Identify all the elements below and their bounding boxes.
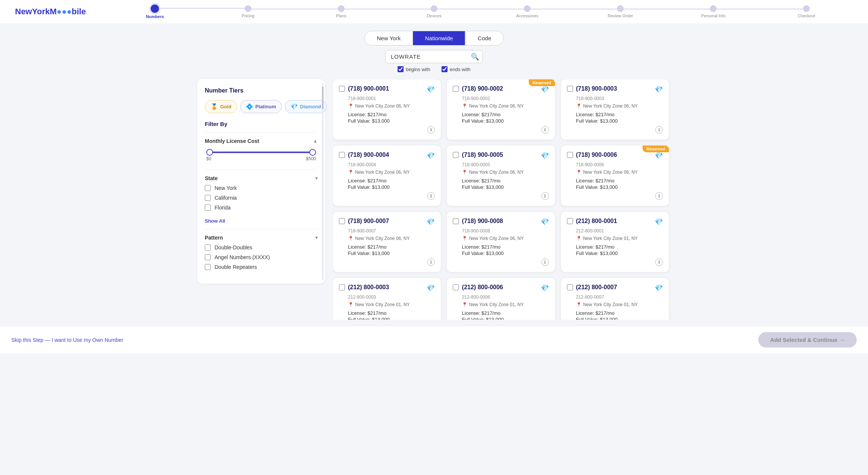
continue-button[interactable]: Add Selected & Continue →	[758, 332, 857, 348]
search-button[interactable]: 🔍	[471, 53, 479, 61]
begins-with-checkbox[interactable]	[398, 66, 404, 72]
state-checkbox-fl[interactable]	[205, 205, 211, 211]
info-icon-3[interactable]: ℹ	[655, 126, 663, 134]
card-sub-number-2: 718-900-0002	[462, 96, 549, 101]
card-checkbox-6[interactable]	[567, 152, 573, 158]
tier-btn-platinum[interactable]: 💠 Platinum	[240, 100, 282, 113]
state-checkbox-ca[interactable]	[205, 195, 211, 201]
ends-with-option[interactable]: ends with	[442, 66, 470, 72]
logo: NewYorkM●●●bile	[15, 7, 86, 17]
platinum-label: Platinum	[256, 104, 276, 109]
location-icon-12: 📍	[576, 302, 582, 307]
monthly-cost-header[interactable]: Monthly License Cost ▲	[205, 138, 318, 144]
pattern-header[interactable]: Pattern ▾	[205, 235, 318, 241]
card-location-12: 📍 New York City Zone 01, NY	[576, 302, 663, 307]
card-checkbox-8[interactable]	[453, 218, 459, 224]
info-icon-2[interactable]: ℹ	[541, 126, 549, 134]
card-checkbox-2[interactable]	[453, 86, 459, 92]
ends-with-checkbox[interactable]	[442, 66, 448, 72]
info-icon-8[interactable]: ℹ	[541, 258, 549, 266]
diamond-tier-icon-4: 💎	[426, 152, 435, 160]
card-sub-number-3: 718-900-0003	[576, 96, 663, 101]
info-icon-7[interactable]: ℹ	[427, 258, 435, 266]
state-header[interactable]: State ▾	[205, 175, 318, 181]
tab-new-york[interactable]: New York	[365, 31, 413, 45]
card-title-row: (718) 900-0002	[453, 85, 503, 92]
tier-btn-gold[interactable]: 🏅 Gold	[205, 100, 237, 113]
info-icon-9[interactable]: ℹ	[655, 258, 663, 266]
card-title-row: (718) 900-0005	[453, 152, 503, 158]
footer: Skip this Step — I want to Use my Own Nu…	[0, 326, 868, 354]
card-checkbox-3[interactable]	[567, 86, 573, 92]
card-checkbox-9[interactable]	[567, 218, 573, 224]
state-item-ca[interactable]: California	[205, 195, 318, 201]
diamond-tier-icon-1: 💎	[426, 85, 435, 94]
step-label-pricing: Pricing	[242, 14, 254, 18]
slider-thumb-right[interactable]	[309, 149, 316, 156]
info-icon-1[interactable]: ℹ	[427, 126, 435, 134]
progress-step-accessories[interactable]: Accessories	[481, 5, 574, 18]
ends-with-label: ends with	[450, 67, 470, 72]
pattern-checkbox-dr[interactable]	[205, 264, 211, 270]
progress-bar: Numbers Pricing Plans Devices Accessorie…	[109, 5, 853, 19]
card-header: (718) 900-0008 💎	[453, 218, 549, 226]
state-item-ny[interactable]: New York	[205, 185, 318, 191]
state-list: New York California Florida Show All	[205, 185, 318, 224]
pattern-item-angel[interactable]: Angel Numbers (XXXX)	[205, 254, 318, 260]
step-dot-accessories	[524, 5, 531, 12]
step-label-checkout: Checkout	[798, 14, 815, 18]
step-label-devices: Devices	[427, 14, 442, 18]
slider-thumb-left[interactable]	[206, 149, 213, 156]
show-all-link[interactable]: Show All	[205, 218, 318, 224]
step-label-review: Review Order	[608, 14, 633, 18]
state-checkbox-ny[interactable]	[205, 185, 211, 191]
card-value-12: Full Value: $13,000	[576, 317, 663, 320]
step-label-accessories: Accessories	[516, 14, 538, 18]
card-location-6: 📍 New York City Zone 06, NY	[576, 170, 663, 175]
card-checkbox-5[interactable]	[453, 152, 459, 158]
card-checkbox-12[interactable]	[567, 284, 573, 290]
card-checkbox-10[interactable]	[339, 284, 345, 290]
begins-with-option[interactable]: begins with	[398, 66, 430, 72]
tier-btn-diamond[interactable]: 💎 Diamond	[285, 100, 327, 113]
state-name-ny: New York	[215, 185, 237, 191]
card-license-7: License: $217/mo	[348, 244, 435, 250]
pattern-item-dd[interactable]: Double-Doubles	[205, 244, 318, 250]
card-title-row: (212) 800-0003	[339, 284, 389, 291]
skip-link[interactable]: Skip this Step — I want to Use my Own Nu…	[11, 337, 123, 343]
card-checkbox-4[interactable]	[339, 152, 345, 158]
card-header: (718) 900-0004 💎	[339, 152, 435, 160]
info-icon-5[interactable]: ℹ	[541, 192, 549, 200]
phone-card: (718) 900-0003 💎 718-900-0003 📍 New York…	[561, 79, 669, 140]
progress-step-numbers[interactable]: Numbers	[109, 5, 202, 19]
pattern-checkbox-dd[interactable]	[205, 244, 211, 250]
card-location-9: 📍 New York City Zone 01, NY	[576, 236, 663, 241]
info-icon-4[interactable]: ℹ	[427, 192, 435, 200]
progress-step-plans[interactable]: Plans	[295, 5, 388, 18]
card-value-11: Full Value: $13,000	[462, 317, 549, 320]
location-icon-1: 📍	[348, 103, 354, 109]
search-input[interactable]	[385, 50, 483, 63]
pattern-checkbox-angel[interactable]	[205, 254, 211, 260]
card-header: (212) 800-0007 💎	[567, 284, 663, 292]
sidebar-scroll-thumb[interactable]	[322, 87, 324, 109]
card-checkbox-1[interactable]	[339, 86, 345, 92]
card-checkbox-7[interactable]	[339, 218, 345, 224]
progress-step-review[interactable]: Review Order	[574, 5, 667, 18]
location-icon-10: 📍	[348, 302, 354, 307]
info-icon-6[interactable]: ℹ	[655, 192, 663, 200]
card-checkbox-11[interactable]	[453, 284, 459, 290]
progress-step-devices[interactable]: Devices	[388, 5, 481, 18]
progress-step-personal[interactable]: Personal Info	[667, 5, 760, 18]
progress-step-checkout[interactable]: Checkout	[760, 5, 853, 18]
tab-nationwide[interactable]: Nationwide	[413, 31, 465, 45]
pattern-item-dr[interactable]: Double Repeaters	[205, 264, 318, 270]
slider-track	[206, 152, 316, 153]
state-name-ca: California	[215, 195, 237, 201]
card-sub-number-10: 212-800-0003	[348, 294, 435, 300]
card-license-9: License: $217/mo	[576, 244, 663, 250]
tab-code[interactable]: Code	[465, 31, 503, 45]
card-info-row-1: ℹ	[339, 126, 435, 134]
progress-step-pricing[interactable]: Pricing	[201, 5, 295, 18]
state-item-fl[interactable]: Florida	[205, 205, 318, 211]
